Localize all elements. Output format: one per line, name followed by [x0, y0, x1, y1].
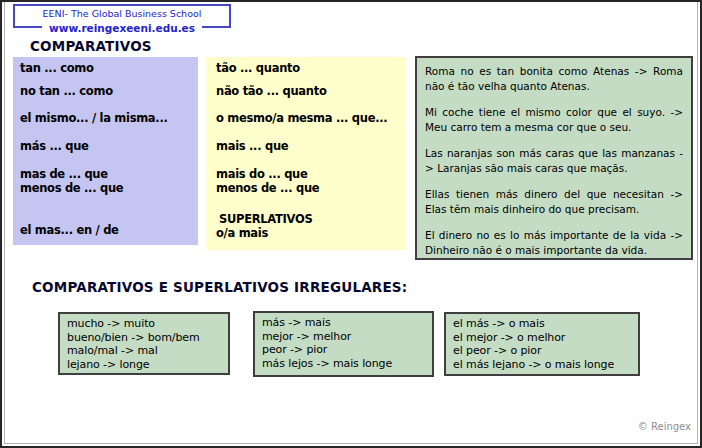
spanish-comparative-item: el mismo... / la misma... — [20, 111, 198, 125]
example-sentence: El dinero no es lo más importante de la … — [425, 228, 683, 257]
irregular-forms-box-2: más -> mais mejor -> melhor peor -> pior… — [253, 311, 434, 377]
example-sentences-box: Roma no es tan bonita como Atenas -> Rom… — [415, 56, 693, 260]
spanish-comparative-item: mas de ... que — [20, 167, 198, 181]
school-logo-box: EENI- The Global Business School www.rei… — [13, 4, 231, 28]
comparativos-title: COMPARATIVOS — [30, 38, 152, 54]
portuguese-comparative-item: mais ... que — [216, 139, 405, 153]
irregular-form-item: más lejos -> mais longe — [262, 357, 425, 371]
irregular-form-item: el más -> o mais — [453, 317, 631, 331]
portuguese-comparatives-box: tão ... quanto não tão ... quanto o mesm… — [206, 57, 405, 250]
irregular-form-item: más -> mais — [262, 316, 425, 330]
irregular-forms-box-3: el más -> o mais el mejor -> o melhor el… — [444, 312, 640, 376]
irregular-form-item: mucho -> muito — [67, 317, 221, 331]
school-name: EENI- The Global Business School — [15, 8, 229, 19]
spanish-comparative-item: el mas... en / de — [20, 223, 198, 237]
example-sentence: Mi coche tiene el mismo color que el suy… — [425, 105, 683, 134]
portuguese-comparative-item: o mesmo/a mesma ... que... — [216, 111, 405, 125]
superlativos-item: o/a mais — [216, 226, 405, 240]
spanish-comparatives-box: tan ... como no tan ... como el mismo...… — [13, 57, 198, 245]
irregular-form-item: el peor -> o pior — [453, 344, 631, 358]
school-website-link[interactable]: www.reingexeeni.edu.es — [42, 22, 202, 34]
copyright-notice: © Reingex — [638, 421, 691, 432]
portuguese-comparative-item: menos de ... que — [216, 181, 405, 195]
example-sentence: Roma no es tan bonita como Atenas -> Rom… — [425, 64, 683, 93]
portuguese-comparative-item: mais do ... que — [216, 167, 405, 181]
superlativos-subtitle: SUPERLATIVOS — [216, 212, 405, 226]
irregular-form-item: peor -> pior — [262, 343, 425, 357]
irregular-form-item: mejor -> melhor — [262, 330, 425, 344]
irregular-form-item: malo/mal -> mal — [67, 344, 221, 358]
irregular-form-item: el mejor -> o melhor — [453, 331, 631, 345]
example-sentence: Ellas tienen más dinero del que necesita… — [425, 187, 683, 216]
spanish-comparative-item: menos de ... que — [20, 181, 198, 195]
example-sentence: Las naranjas son más caras que las manza… — [425, 146, 683, 175]
irregular-form-item: bueno/bien -> bom/bem — [67, 331, 221, 345]
document-page: EENI- The Global Business School www.rei… — [0, 0, 702, 448]
irregulares-title: COMPARATIVOS E SUPERLATIVOS IRREGULARES: — [32, 279, 407, 295]
spanish-comparative-item: más ... que — [20, 139, 198, 153]
spanish-comparative-item: no tan ... como — [20, 84, 198, 98]
portuguese-comparative-item: tão ... quanto — [216, 61, 405, 75]
portuguese-comparative-item: não tão ... quanto — [216, 84, 405, 98]
irregular-forms-box-1: mucho -> muito bueno/bien -> bom/bem mal… — [58, 312, 230, 375]
spanish-comparative-item: tan ... como — [20, 61, 198, 75]
irregular-form-item: lejano -> longe — [67, 358, 221, 372]
irregular-form-item: el más lejano -> o mais longe — [453, 358, 631, 372]
